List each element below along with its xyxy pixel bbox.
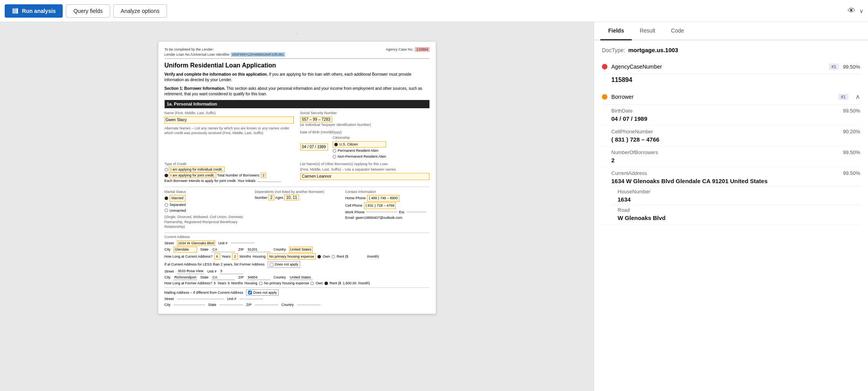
document-preview-area: · To be completed by the Lender: Lender … <box>0 22 594 391</box>
mailing-zip-label: ZIP <box>246 302 252 307</box>
former-street-row: Street 3533 Rosa View Unit # 5 <box>165 269 429 274</box>
former-address-section: If at Current Address for LESS than 2 ye… <box>165 261 429 286</box>
citizenship-permanent-label: Permanent Resident Alien <box>338 148 379 153</box>
radio-former-own-icon <box>310 282 314 285</box>
credit-individual-label: I am applying for individual credit. <box>169 167 225 172</box>
mailing-country-label: Country <box>281 302 294 307</box>
other-borrowers-value: Carmen Leannor <box>300 173 429 180</box>
subsubfield-road-value: W Glenoaks Blvd <box>618 215 860 221</box>
former-street-value: 3533 Rosa View <box>177 269 204 274</box>
dob-value: 04 / 07 / 1989 <box>300 144 328 151</box>
marital-married-label: Married <box>170 195 186 202</box>
current-address-label: Current Address <box>165 235 429 240</box>
mailing-does-not-apply[interactable]: Does not apply <box>246 289 279 296</box>
mailing-street-row: Street Unit # <box>165 296 429 302</box>
former-housing-row: How Long at Former Address? 5 Years 6 Mo… <box>165 281 429 286</box>
alternate-names-label: Alternate Names – List any names by whic… <box>165 126 294 136</box>
field-name-borrower: Borrower <box>611 94 834 100</box>
housing-selected: No primary housing expense <box>267 253 316 260</box>
field-badge-agency-case: #1 <box>829 64 839 70</box>
dependents-number-value: 2 <box>268 195 275 200</box>
city-label: City <box>165 247 171 252</box>
credit-type-label: Type of Credit <box>165 162 294 167</box>
eye-icon[interactable]: 👁 <box>848 6 855 15</box>
former-years-label: Years <box>217 281 227 286</box>
radio-own-icon <box>317 255 321 258</box>
credit-joint-label: I am applying for joint credit. <box>169 173 216 178</box>
ssn-col: Social Security Number 557 – 99 – 7283 (… <box>300 111 429 159</box>
mailing-does-not-apply-label: Does not apply <box>253 290 277 295</box>
agency-case-label: Agency Case No.: <box>386 47 414 51</box>
subfield-birthdate-value: 04 / 07 / 1989 <box>611 115 860 122</box>
analyze-options-button[interactable]: Analyze options <box>113 4 167 18</box>
current-address-section: Current Address Street 1634 W Glenoaks B… <box>165 233 429 260</box>
citizenship-permanent[interactable]: Permanent Resident Alien <box>333 148 386 153</box>
does-not-apply-checkbox[interactable]: Does not apply <box>268 261 300 268</box>
mailing-city-label: City <box>165 302 171 307</box>
former-state-value: CA <box>212 275 235 280</box>
subfield-cell-phone-name: CellPhoneNumber <box>611 129 653 135</box>
subfield-birthdate-header: BirthDate 99.50% <box>611 108 860 114</box>
mailing-does-not-apply-input[interactable] <box>248 291 252 295</box>
field-header-agency-case[interactable]: AgencyCaseNumber #1 99.50% <box>602 60 860 74</box>
right-panel: Fields Result Code DocType: mortgage.us.… <box>594 22 868 391</box>
citizenship-col: Citizenship U.S. Citizen Permanent Resid… <box>333 135 386 159</box>
mailing-street-value <box>177 299 224 299</box>
credit-note: Each Borrower intends to apply for joint… <box>165 178 294 184</box>
marital-married[interactable]: Married <box>165 195 249 202</box>
radio-empty-icon2 <box>333 155 336 158</box>
divider: · <box>8 30 586 38</box>
panel-tabs: Fields Result Code <box>594 22 868 40</box>
mailing-zip-value <box>255 305 278 305</box>
citizenship-nonpermanent[interactable]: Non-Permanent Resident Alien <box>333 154 386 159</box>
dependents-info: Number 2 Ages 10, 11 <box>255 195 339 200</box>
street-label: Street <box>165 241 174 246</box>
home-phone-value: ( 489 ) 746 – 8900 <box>367 195 399 202</box>
expand-icon[interactable]: ∧ <box>855 93 860 100</box>
former-city-label: City <box>165 275 171 280</box>
housing-rent-suffix: /month) <box>367 254 379 259</box>
radio-unmarried-icon <box>165 209 168 212</box>
marital-unmarried[interactable]: Unmarried <box>165 208 249 213</box>
former-city-row: City Richmondport State CA ZIP 94804 Cou… <box>165 275 429 280</box>
radio-empty-icon <box>333 149 336 153</box>
housing-own: Own <box>323 254 330 259</box>
svg-rect-1 <box>14 8 16 14</box>
radio-married-icon <box>165 196 168 200</box>
former-state-label: State <box>200 275 208 280</box>
citizenship-us-label: U.S. Citizen <box>339 142 358 147</box>
tab-result[interactable]: Result <box>632 22 663 40</box>
credit-type-col: Type of Credit I am applying for individ… <box>165 162 294 184</box>
citizenship-us-citizen[interactable]: U.S. Citizen <box>333 141 386 148</box>
home-phone-row: Home Phone ( 489 ) 746 – 8900 <box>345 195 429 202</box>
marital-separated[interactable]: Separated <box>165 202 249 207</box>
lender-info: To be completed by the Lender: Lender Lo… <box>165 47 285 57</box>
email-row: Email gwen19890407@outlook.com <box>345 215 429 220</box>
run-analysis-button[interactable]: Run analysis <box>5 4 63 18</box>
does-not-apply-input[interactable] <box>270 263 274 267</box>
query-fields-button[interactable]: Query fields <box>66 4 110 18</box>
subfield-cell-phone-header: CellPhoneNumber 90.20% <box>611 129 860 135</box>
ssn-sublabel: (or Individual Taxpayer Identification N… <box>300 122 429 127</box>
mailing-country-value <box>297 305 321 305</box>
former-unit-label: Unit # <box>207 269 217 274</box>
tab-fields[interactable]: Fields <box>600 22 632 40</box>
home-phone-label: Home Phone <box>345 196 366 201</box>
subsubfield-house-number-value: 1634 <box>618 196 860 203</box>
mailing-state-value <box>219 305 243 305</box>
cell-phone-label: Cell Phone <box>345 203 362 208</box>
section1a-header: 1a. Personal Information <box>165 100 429 108</box>
toolbar: Run analysis Query fields Analyze option… <box>0 0 868 22</box>
field-name-agency-case: AgencyCaseNumber <box>611 64 825 70</box>
former-months-label: Months <box>231 281 243 286</box>
subsubfield-road: Road W Glenoaks Blvd <box>611 204 860 221</box>
ext-value <box>407 212 426 212</box>
tab-code[interactable]: Code <box>663 22 692 40</box>
dob-label: Date of Birth (mm/dd/yyyy) <box>300 130 429 135</box>
field-borrower: Borrower #1 ∧ BirthDate 99.50% 04 / 07 /… <box>602 89 860 225</box>
field-header-borrower[interactable]: Borrower #1 ∧ <box>602 89 860 105</box>
unit-label: Unit # <box>218 241 228 246</box>
marital-separated-label: Separated <box>170 202 186 207</box>
contact-col: Contact Information Home Phone ( 489 ) 7… <box>345 189 429 230</box>
chevron-down-icon[interactable]: ∨ <box>859 8 863 14</box>
